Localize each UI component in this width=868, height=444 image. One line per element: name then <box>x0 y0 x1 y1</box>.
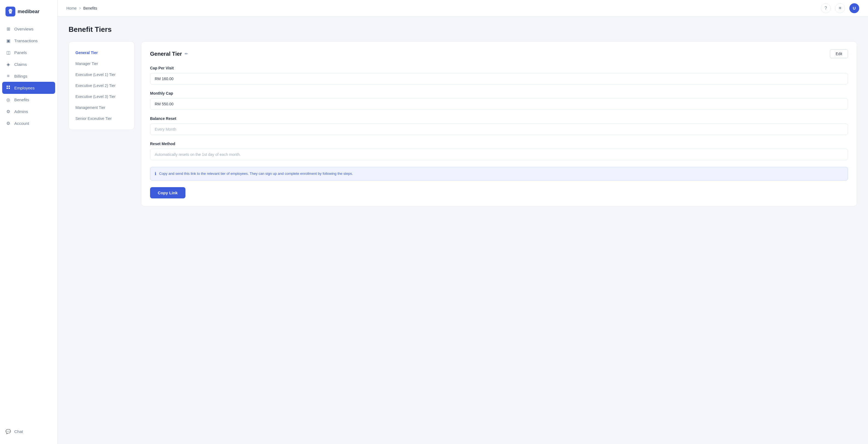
sidebar-nav: ⊞ Overviews ▣ Transactions ◫ Panels ◈ Cl… <box>0 23 57 129</box>
help-button[interactable]: ? <box>821 3 831 13</box>
svg-rect-5 <box>8 88 10 89</box>
billings-icon: ≡ <box>5 73 11 79</box>
breadcrumb-separator: > <box>79 6 81 10</box>
tier-detail-title: General Tier ✏ <box>150 51 188 57</box>
reset-method-value: Automatically resets on the 1st day of e… <box>150 149 848 160</box>
sidebar-item-transactions[interactable]: ▣ Transactions <box>0 35 57 47</box>
tier-list-card: General Tier Manager Tier Executive (Lev… <box>69 41 134 130</box>
tier-item-manager[interactable]: Manager Tier <box>69 58 134 69</box>
breadcrumb-home[interactable]: Home <box>66 6 76 10</box>
tier-item-senior[interactable]: Senior Exceutive Tier <box>69 113 134 124</box>
theme-button[interactable]: ☀ <box>835 3 845 13</box>
theme-icon: ☀ <box>838 5 842 11</box>
sidebar-item-chat[interactable]: 💬 Chat <box>0 425 57 437</box>
cap-per-visit-value: RM 160.00 <box>150 73 848 85</box>
edit-button[interactable]: Edit <box>830 50 848 58</box>
page-title: Benefit Tiers <box>69 25 857 34</box>
account-icon: ⚙ <box>5 121 11 126</box>
sidebar-item-claims[interactable]: ◈ Claims <box>0 58 57 70</box>
tier-item-exec2[interactable]: Executive (Level 2) Tier <box>69 80 134 91</box>
copy-link-button[interactable]: Copy Link <box>150 187 185 198</box>
monthly-cap-label: Monthly Cap <box>150 91 848 95</box>
transactions-icon: ▣ <box>5 38 11 43</box>
sidebar-item-admins[interactable]: ⚙ Admins <box>0 106 57 117</box>
reset-method-label: Reset Method <box>150 142 848 146</box>
avatar-initials: U <box>853 6 856 10</box>
edit-pencil-icon[interactable]: ✏ <box>185 52 188 56</box>
sidebar-logo: medibear <box>0 4 57 23</box>
svg-rect-2 <box>7 86 8 87</box>
info-message: Copy and send this link to the relevant … <box>159 171 353 176</box>
topbar-actions: ? ☀ U <box>821 3 859 13</box>
balance-reset-value: Every Month <box>150 123 848 135</box>
svg-rect-4 <box>7 88 8 89</box>
monthly-cap-value: RM 550.00 <box>150 98 848 110</box>
content-layout: General Tier Manager Tier Executive (Lev… <box>69 41 857 206</box>
tier-item-management[interactable]: Management Tier <box>69 102 134 113</box>
reset-method-field: Reset Method Automatically resets on the… <box>150 142 848 160</box>
brand-name: medibear <box>18 9 39 14</box>
tier-item-general[interactable]: General Tier <box>69 47 134 58</box>
admins-icon: ⚙ <box>5 109 11 114</box>
cap-per-visit-label: Cap Per Visit <box>150 66 848 70</box>
sidebar-item-employees[interactable]: Employees <box>2 82 55 94</box>
sidebar-item-panels[interactable]: ◫ Panels <box>0 47 57 58</box>
svg-rect-3 <box>8 86 10 87</box>
sidebar-item-benefits[interactable]: ◎ Benefits <box>0 94 57 106</box>
sidebar-item-overviews[interactable]: ⊞ Overviews <box>0 23 57 35</box>
main-area: Home > Benefits ? ☀ U Benefit Tiers Gene… <box>58 0 868 444</box>
page-content: Benefit Tiers General Tier Manager Tier … <box>58 17 868 444</box>
balance-reset-label: Balance Reset <box>150 116 848 121</box>
monthly-cap-field: Monthly Cap RM 550.00 <box>150 91 848 110</box>
help-icon: ? <box>825 6 827 11</box>
sidebar-item-account[interactable]: ⚙ Account <box>0 117 57 129</box>
tier-item-exec3[interactable]: Executive (Level 3) Tier <box>69 91 134 102</box>
info-box: ℹ Copy and send this link to the relevan… <box>150 167 848 181</box>
panels-icon: ◫ <box>5 50 11 55</box>
benefits-icon: ◎ <box>5 97 11 102</box>
tier-item-exec1[interactable]: Executive (Level 1) Tier <box>69 69 134 80</box>
overviews-icon: ⊞ <box>5 26 11 32</box>
chat-icon: 💬 <box>5 429 11 434</box>
balance-reset-field: Balance Reset Every Month <box>150 116 848 135</box>
svg-point-0 <box>9 10 10 11</box>
breadcrumb-current: Benefits <box>84 6 97 10</box>
svg-point-1 <box>11 10 11 11</box>
claims-icon: ◈ <box>5 62 11 67</box>
tier-detail-card: General Tier ✏ Edit Cap Per Visit RM 160… <box>141 41 857 206</box>
avatar[interactable]: U <box>849 3 859 13</box>
logo-icon <box>5 7 16 17</box>
cap-per-visit-field: Cap Per Visit RM 160.00 <box>150 66 848 85</box>
info-icon: ℹ <box>155 171 156 176</box>
topbar: Home > Benefits ? ☀ U <box>58 0 868 17</box>
tier-detail-header: General Tier ✏ Edit <box>150 50 848 58</box>
employees-icon <box>5 85 11 91</box>
sidebar-item-billings[interactable]: ≡ Billings <box>0 70 57 82</box>
breadcrumb: Home > Benefits <box>66 6 97 10</box>
sidebar: medibear ⊞ Overviews ▣ Transactions ◫ Pa… <box>0 0 58 444</box>
